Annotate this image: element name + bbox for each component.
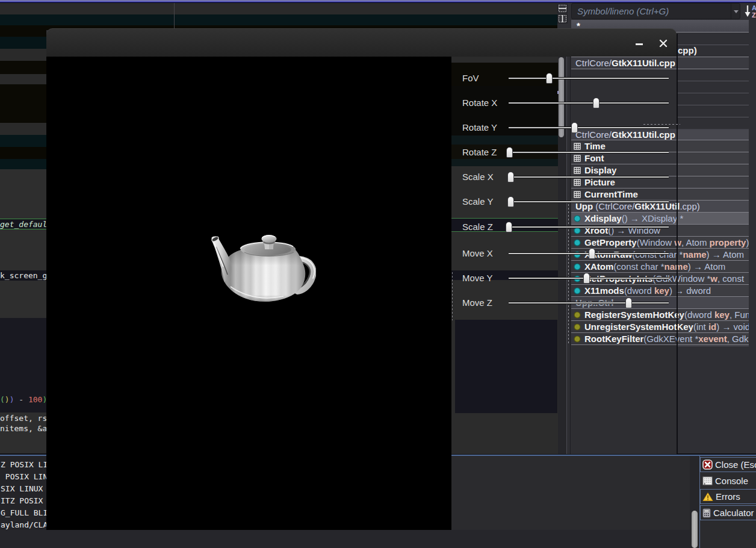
slider-track-5[interactable]	[509, 201, 669, 203]
frag-offset: offset, rsi	[0, 413, 46, 423]
frag-screen: k_screen_ge	[0, 270, 46, 281]
code-segment: RegisterSystemHotKey	[584, 310, 684, 320]
slider-track-3[interactable]	[509, 151, 669, 154]
code-segment: (Window	[637, 237, 675, 248]
focus-dashes-vertical-left	[452, 272, 453, 320]
code-segment: RootKeyFilter	[584, 334, 643, 344]
editor-line-stripe	[0, 123, 46, 135]
code-segment: CtrlCore/	[575, 58, 612, 68]
editor-line-stripe	[0, 37, 46, 49]
editor-line-stripe	[0, 281, 46, 318]
code-segment: (	[0, 395, 5, 404]
code-segment: key	[654, 285, 669, 296]
code-segment: GetProperty	[584, 237, 637, 248]
editor-line-stripe	[0, 84, 46, 123]
navigator-file-row[interactable]: CtrlCore/GtkX11Util.cpp	[571, 57, 749, 69]
search-dropdown-button[interactable]	[731, 4, 740, 19]
editor-line-stripe	[0, 49, 46, 61]
slider-label-move-y: Move Y	[462, 273, 493, 283]
slider-track-2[interactable]	[509, 126, 669, 129]
svg-text:Z: Z	[752, 11, 756, 19]
slider-label-rotate-z: Rotate Z	[462, 147, 497, 157]
slider-thumb-5[interactable]	[507, 196, 514, 207]
button-label: Console	[715, 474, 748, 488]
console-line: G_FULL BLI	[1, 507, 48, 519]
editor-line-stripe	[0, 159, 46, 169]
right-scrollbar-thumb[interactable]	[692, 511, 698, 548]
code-segment: CtrlCore/	[575, 129, 612, 140]
slider-thumb-3[interactable]	[506, 147, 513, 158]
slider-label-fov: FoV	[462, 73, 479, 83]
button-errors[interactable]: Errors	[700, 489, 756, 504]
button-label: Calculator	[713, 506, 754, 520]
slider-thumb-8[interactable]	[583, 273, 590, 284]
slider-label-scale-y: Scale Y	[462, 196, 493, 207]
slider-thumb-0[interactable]	[546, 73, 553, 84]
search-placeholder: Symbol/lineno (Ctrl+G)	[577, 6, 669, 16]
editor-split-divider[interactable]	[174, 2, 175, 28]
code-segment: Display	[584, 165, 616, 175]
code-segment: Picture	[584, 177, 615, 187]
controls-pane-stripe	[451, 159, 558, 166]
slider-track-0[interactable]	[509, 77, 669, 79]
sort-az-icon[interactable]: A Z	[744, 4, 756, 19]
editor-line-stripe	[0, 169, 46, 219]
code-segment: Font	[584, 153, 604, 163]
code-segment: Xdisplay	[584, 213, 622, 223]
nav-row-partial[interactable]: cpp)	[678, 45, 697, 55]
gl-window-right-edge	[677, 34, 678, 454]
minimize-icon[interactable]	[636, 43, 643, 45]
slider-label-move-x: Move X	[462, 248, 493, 258]
method-icon	[574, 239, 581, 246]
slider-track-4[interactable]	[509, 176, 669, 178]
editor-line-stripe	[0, 147, 46, 159]
slider-thumb-4[interactable]	[507, 172, 514, 182]
slider-thumb-6[interactable]	[506, 222, 512, 232]
split-horizontal-icon[interactable]	[557, 4, 568, 13]
button-calculator[interactable]: Calculator	[700, 505, 756, 520]
editor-left-column	[0, 28, 46, 454]
pane-divider-light	[566, 57, 567, 454]
slider-thumb-2[interactable]	[571, 122, 578, 133]
split-vertical-icon[interactable]	[557, 14, 568, 23]
caret-artifact	[557, 91, 559, 94]
slider-thumb-7[interactable]	[589, 248, 595, 259]
method-icon	[574, 215, 581, 222]
status-strip	[0, 530, 690, 548]
slider-track-1[interactable]	[509, 102, 669, 104]
struct-icon	[574, 179, 581, 186]
editor-band	[0, 14, 557, 25]
editor-line-stripe	[0, 135, 46, 147]
struct-icon	[574, 143, 581, 150]
console-line: Z POSIX LI	[1, 459, 48, 471]
gl-window-titlebar[interactable]	[46, 28, 677, 57]
slider-track-9[interactable]	[509, 302, 669, 304]
button-close[interactable]: Close (Esc)	[700, 457, 756, 472]
teapot-render	[209, 234, 316, 304]
slider-label-move-z: Move Z	[462, 297, 492, 308]
close-icon[interactable]	[658, 39, 668, 51]
controls-scrollbar-thumb[interactable]	[559, 57, 564, 137]
struct-icon	[574, 155, 581, 162]
button-label: Errors	[716, 490, 740, 503]
editor-line-stripe	[0, 61, 46, 74]
window-top-accent	[0, 0, 756, 3]
focus-dashes-horizontal	[643, 124, 680, 125]
button-console[interactable]: Console	[700, 473, 756, 488]
slider-label-scale-z: Scale Z	[462, 222, 493, 232]
slider-track-6[interactable]	[509, 226, 669, 228]
slider-thumb-1[interactable]	[593, 98, 600, 108]
console-line: SIX LINUX	[1, 483, 43, 495]
ide-screen: Z POSIX LI POSIX LINSIX LINUXITZ POSIXG_…	[0, 0, 756, 548]
controls-pane-inset	[455, 320, 557, 413]
frag-get-default: get_default	[0, 219, 46, 229]
slider-thumb-9[interactable]	[625, 297, 632, 308]
code-segment: (dword	[624, 285, 654, 296]
symbol-search-input[interactable]: Symbol/lineno (Ctrl+G)	[571, 3, 740, 19]
code-segment: () → XDisplay *	[622, 213, 684, 223]
controls-pane-stripe	[451, 57, 558, 63]
code-segment: GtkX11Util.cpp	[612, 58, 675, 68]
field-icon	[574, 323, 581, 331]
popup-light-overlay	[678, 129, 749, 345]
slider-label-rotate-y: Rotate Y	[462, 122, 497, 132]
